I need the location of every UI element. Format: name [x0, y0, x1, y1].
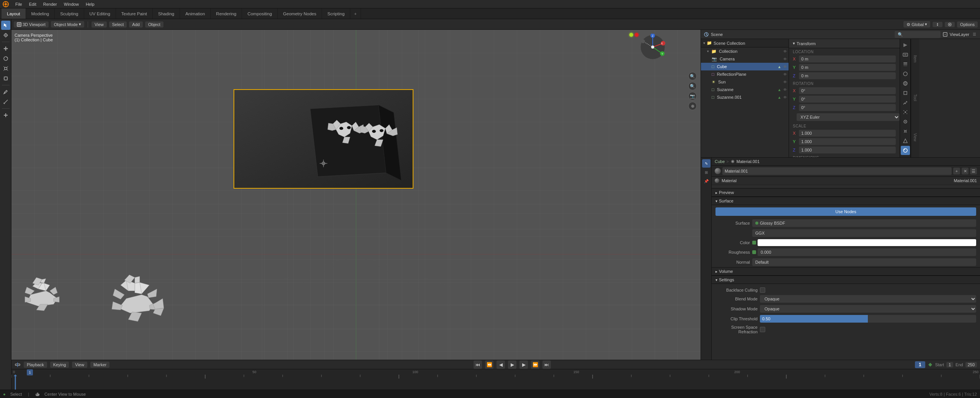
tree-cube[interactable]: □ Cube ▲ 👁 — [701, 63, 789, 70]
props-tab-view-layer[interactable] — [901, 60, 910, 69]
jump-end-btn[interactable]: ⏭ — [542, 360, 551, 369]
tree-collection[interactable]: ▾ 📁 Collection 👁 — [701, 47, 789, 55]
tree-reflection-plane[interactable]: □ ReflectionPlane 👁 — [701, 70, 789, 78]
menu-render[interactable]: Render — [40, 1, 60, 7]
props-tab-object[interactable] — [901, 88, 910, 98]
pin-btn[interactable]: 📌 — [702, 177, 710, 185]
location-z-input[interactable] — [799, 72, 896, 79]
transform-header[interactable]: ▾ Transform — [789, 39, 900, 48]
proportional-edit-btn[interactable] — [945, 22, 955, 27]
material-edit-btn[interactable]: ✎ — [702, 159, 710, 168]
blender-logo[interactable] — [2, 1, 9, 8]
use-nodes-btn[interactable]: Use Nodes — [715, 207, 976, 216]
marker-btn[interactable]: Marker — [90, 362, 109, 368]
color-swatch-bar[interactable] — [758, 239, 976, 246]
location-y-input[interactable] — [799, 64, 896, 71]
volume-section-header[interactable]: ▸ Volume — [712, 267, 980, 276]
backface-culling-checkbox[interactable] — [760, 287, 765, 293]
object-menu-btn[interactable]: Object — [145, 21, 163, 28]
timeline-ruler-area[interactable]: 0 50 100 150 200 250 — [11, 369, 980, 390]
props-tab-physics[interactable] — [901, 117, 910, 126]
props-tab-constraints[interactable] — [901, 127, 910, 136]
props-tab-render[interactable] — [901, 41, 910, 50]
end-frame[interactable]: 250 — [965, 362, 977, 367]
next-keyframe-btn[interactable]: ▶ — [519, 360, 528, 369]
editor-type-btn[interactable]: 3D Viewport — [14, 21, 49, 28]
scene-search-input[interactable] — [895, 31, 941, 38]
toolbar-cursor-tool[interactable] — [1, 31, 10, 40]
menu-help[interactable]: Help — [83, 1, 98, 7]
toolbar-transform-tool[interactable] — [1, 74, 10, 83]
tab-layout[interactable]: Layout — [2, 8, 26, 19]
material-new-btn[interactable]: + — [953, 168, 960, 175]
toolbar-select-tool[interactable] — [1, 21, 10, 30]
props-tab-particles[interactable] — [901, 108, 910, 117]
rotation-z-input[interactable] — [799, 104, 896, 111]
tab-sculpting[interactable]: Sculpting — [55, 8, 84, 19]
menu-file[interactable]: File — [12, 1, 25, 7]
menu-window[interactable]: Window — [61, 1, 82, 7]
toolbar-move-tool[interactable] — [1, 44, 10, 53]
settings-section-header[interactable]: ▾ Settings — [712, 276, 980, 284]
filter-btn[interactable]: ☰ — [972, 32, 977, 37]
props-tab-world[interactable] — [901, 79, 910, 88]
tree-suzanne-001[interactable]: □ Suzanne.001 ▲ 👁 — [701, 93, 789, 101]
options-btn[interactable]: Options — [957, 21, 978, 28]
tree-sun[interactable]: ☀ Sun 👁 — [701, 78, 789, 86]
toolbar-rotate-tool[interactable] — [1, 54, 10, 63]
toolbar-annotate-tool[interactable] — [1, 87, 10, 96]
material-delete-btn[interactable]: ✕ — [962, 168, 969, 175]
view-btn[interactable]: View — [72, 362, 87, 368]
select-menu-btn[interactable]: Select — [109, 21, 127, 28]
normal-value[interactable]: Default — [752, 258, 976, 266]
props-tab-material[interactable] — [901, 146, 910, 155]
tab-shading[interactable]: Shading — [153, 8, 180, 19]
tab-texture-paint[interactable]: Texture Paint — [116, 8, 153, 19]
tab-uv-editing[interactable]: UV Editing — [84, 8, 116, 19]
nav-gizmo[interactable]: X Z Y — [639, 34, 666, 61]
rotation-mode-select[interactable]: XYZ Euler — [797, 113, 900, 121]
tab-add[interactable]: + — [350, 8, 361, 19]
toolbar-add-tool[interactable] — [1, 111, 10, 120]
prev-keyframe-btn[interactable]: ◀ — [497, 360, 505, 369]
scale-z-input[interactable] — [799, 147, 896, 153]
node-editor-btn[interactable]: ⊞ — [702, 168, 710, 176]
tab-scripting[interactable]: Scripting — [322, 8, 350, 19]
viewport-3d[interactable]: Camera Perspective (1) Collection | Cube — [11, 30, 701, 360]
current-frame-indicator[interactable]: 1 — [915, 361, 925, 368]
camera-view-btn[interactable]: 📷 — [688, 92, 697, 100]
distribution-value[interactable]: GGX — [752, 229, 976, 237]
preview-section-header[interactable]: ▸ Preview — [712, 188, 980, 197]
surface-section-header[interactable]: ▾ Surface — [712, 197, 980, 205]
tab-geometry-nodes[interactable]: Geometry Nodes — [278, 8, 322, 19]
toolbar-scale-tool[interactable] — [1, 64, 10, 73]
scale-y-input[interactable] — [799, 138, 896, 145]
view-menu-btn[interactable]: View — [91, 21, 107, 28]
material-filter-btn[interactable]: ☰ — [970, 168, 977, 175]
add-menu-btn[interactable]: Add — [129, 21, 143, 28]
playback-btn[interactable]: Playback — [24, 362, 47, 368]
zoom-out-btn[interactable]: 🔍 — [688, 82, 697, 90]
start-frame[interactable]: 1 — [946, 362, 953, 367]
props-tab-scene[interactable] — [901, 69, 910, 78]
props-tab-data[interactable] — [901, 136, 910, 145]
play-btn[interactable]: ▶ — [508, 360, 516, 369]
location-x-input[interactable] — [799, 55, 896, 62]
tab-modeling[interactable]: Modeling — [26, 8, 55, 19]
jump-start-btn[interactable]: ⏮ — [474, 360, 482, 369]
material-name-input[interactable] — [722, 167, 952, 175]
scale-x-input[interactable] — [799, 130, 896, 137]
shadow-mode-select[interactable]: Opaque — [760, 305, 976, 313]
tab-compositing[interactable]: Compositing — [242, 8, 278, 19]
keying-btn[interactable]: Keying — [50, 362, 69, 368]
screen-space-refraction-checkbox[interactable] — [760, 327, 765, 332]
rotation-x-input[interactable] — [799, 87, 896, 94]
blend-mode-select[interactable]: Opaque — [760, 295, 976, 303]
rotation-y-input[interactable] — [799, 96, 896, 103]
timeline-editor-icon[interactable] — [15, 362, 21, 368]
toolbar-measure-tool[interactable] — [1, 97, 10, 106]
material-list-item[interactable]: Material Material.001 — [712, 177, 980, 185]
local-view-btn[interactable]: ⊕ — [688, 102, 697, 110]
mode-select-btn[interactable]: Object Mode ▾ — [51, 21, 84, 28]
snap-btn[interactable] — [933, 22, 942, 27]
